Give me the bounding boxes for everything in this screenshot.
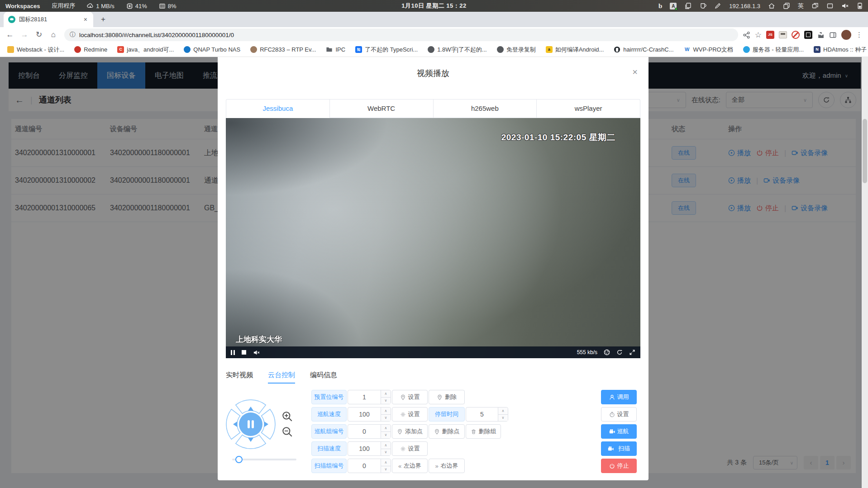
profile-avatar[interactable] — [841, 30, 851, 40]
new-tab-button[interactable]: + — [98, 14, 109, 25]
zoom-out-button[interactable] — [281, 426, 293, 438]
clock[interactable]: 1月10日 星期二 15：22 — [401, 2, 466, 10]
cruise-button[interactable]: 巡航 — [601, 424, 637, 439]
workspaces-button[interactable]: Workspaces — [5, 3, 40, 9]
spin-down-icon[interactable]: ∨ — [498, 415, 508, 422]
applications-menu[interactable]: 应用程序 — [52, 2, 75, 10]
extension-dark-icon[interactable] — [804, 31, 812, 39]
scan-speed-input[interactable]: 100 ∧∨ — [348, 441, 391, 456]
scrollbar-thumb[interactable] — [863, 119, 867, 183]
bookmark-zhihu[interactable]: 知了不起的 TypeScri... — [355, 46, 418, 54]
browser-tab[interactable]: 国标28181 × — [4, 12, 93, 27]
clipboard-tray-icon[interactable] — [684, 2, 692, 9]
delete-point-button[interactable]: 删除点 — [429, 424, 465, 439]
fullscreen-icon[interactable] — [629, 349, 635, 355]
address-bar[interactable]: ⓘ localhost:38080/#/channelList/34020000… — [64, 28, 738, 41]
side-panel-icon[interactable] — [829, 31, 837, 39]
ptz-right-button[interactable] — [262, 409, 275, 439]
bookmark-csdn[interactable]: Cjava、android可... — [117, 46, 174, 54]
spin-up-icon[interactable]: ∧ — [381, 390, 391, 398]
bookmark-article[interactable]: 1.8W字|了不起的... — [428, 46, 487, 54]
player-tab-wsplayer[interactable]: wsPlayer — [537, 99, 640, 118]
tab-encoding-info[interactable]: 编码信息 — [310, 371, 337, 384]
cruise-speed-set-button[interactable]: 设置 — [392, 407, 428, 422]
player-refresh-icon[interactable] — [616, 349, 623, 355]
bookmark-star-icon[interactable]: ☆ — [755, 30, 762, 40]
window-icon[interactable] — [826, 2, 834, 9]
cruise-speed-input[interactable]: 100 ∧∨ — [348, 407, 391, 422]
spin-down-icon[interactable]: ∨ — [381, 466, 391, 473]
bookmark-ipc-folder[interactable]: IPC — [326, 46, 345, 53]
back-button[interactable]: ← — [4, 28, 16, 41]
delete-group-button[interactable]: 删除组 — [466, 424, 501, 439]
volume-muted-icon[interactable] — [841, 2, 849, 9]
forward-button[interactable]: → — [18, 28, 31, 41]
player-tab-h265web[interactable]: h265web — [434, 99, 537, 118]
ptz-stop-button[interactable]: 停止 — [601, 459, 637, 473]
scan-speed-set-button[interactable]: 设置 — [392, 441, 428, 456]
input-method-indicator[interactable]: 英 — [798, 2, 804, 10]
bookmark-server[interactable]: 服务器 - 轻量应用... — [743, 46, 804, 54]
spin-down-icon[interactable]: ∨ — [381, 398, 391, 404]
stay-time-input[interactable]: 5 ∧∨ — [466, 407, 508, 422]
reload-button[interactable]: ↻ — [33, 28, 45, 41]
add-point-button[interactable]: 添加点 — [392, 424, 428, 439]
tab-close-icon[interactable]: × — [82, 16, 89, 23]
left-boundary-button[interactable]: «左边界 — [392, 459, 428, 473]
slider-handle[interactable] — [235, 456, 243, 463]
bookmark-github[interactable]: hairrrrr/C-CrashC... — [614, 46, 673, 53]
spin-down-icon[interactable]: ∨ — [381, 415, 391, 422]
spin-up-icon[interactable]: ∧ — [381, 459, 391, 466]
player-settings-icon[interactable] — [604, 349, 610, 355]
zoom-in-button[interactable] — [281, 411, 293, 422]
scan-button[interactable]: 停止扫描速度扫描 — [601, 441, 637, 456]
browser-menu-icon[interactable]: ⋮ — [856, 31, 863, 39]
preset-call-button[interactable]: 调用 — [601, 390, 637, 404]
spin-up-icon[interactable]: ∧ — [381, 407, 391, 415]
browser-scrollbar[interactable] — [862, 57, 868, 488]
preset-set-button[interactable]: 设置 — [392, 390, 428, 404]
preset-delete-button[interactable]: 删除 — [429, 390, 465, 404]
bookmark-rfc2833[interactable]: RFC2833 – RTP Ev... — [250, 46, 316, 53]
extensions-puzzle-icon[interactable] — [817, 31, 825, 39]
extension-print-icon[interactable] — [779, 31, 787, 38]
bookmark-copy-free[interactable]: 免登录复制 — [497, 46, 536, 54]
volume-muted-icon[interactable] — [253, 349, 260, 356]
bookmark-wvp-doc[interactable]: WWVP-PRO文档 — [684, 46, 733, 54]
bing-tray-icon[interactable]: b — [658, 2, 662, 10]
extension-js-icon[interactable]: JS — [766, 31, 774, 39]
bookmark-redmine[interactable]: Redmine — [74, 46, 107, 53]
player-tab-jessibuca[interactable]: Jessibuca — [226, 99, 330, 118]
spin-up-icon[interactable]: ∧ — [381, 425, 391, 432]
cruise-group-input[interactable]: 0 ∧∨ — [348, 424, 391, 439]
ptz-left-button[interactable] — [226, 409, 240, 439]
tool-tray-icon[interactable] — [714, 2, 721, 9]
translate-tray-icon[interactable]: A — [670, 3, 677, 9]
spin-down-icon[interactable]: ∨ — [381, 432, 391, 439]
stay-time-set-button[interactable]: 设置 — [601, 407, 637, 422]
layers-tray-icon[interactable] — [783, 2, 790, 9]
spin-up-icon[interactable]: ∧ — [381, 442, 391, 449]
dialog-close-icon[interactable]: × — [632, 67, 638, 77]
ptz-up-button[interactable] — [236, 400, 266, 413]
site-info-icon[interactable]: ⓘ — [70, 31, 76, 39]
home-tray-icon[interactable] — [768, 2, 775, 9]
pause-button[interactable] — [231, 350, 235, 355]
spin-down-icon[interactable]: ∨ — [381, 449, 391, 456]
ip-address-indicator[interactable]: 192.168.1.3 — [729, 3, 760, 9]
window-switch-icon[interactable] — [811, 2, 819, 9]
scan-group-input[interactable]: 0 ∧∨ — [348, 459, 391, 473]
bookmark-android-build[interactable]: a如何编译Android... — [546, 46, 604, 54]
tab-ptz-control[interactable]: 云台控制 — [268, 371, 295, 384]
ptz-speed-slider[interactable] — [232, 459, 296, 460]
video-player[interactable]: 2023-01-10 15:22:05 星期二 上地科实大华 555 kb/s — [226, 118, 640, 358]
teatime-tray-icon[interactable] — [699, 2, 706, 9]
extension-adblock-icon[interactable] — [792, 31, 800, 39]
bookmark-hdatmos[interactable]: NHDAtmos :: 种子 *... — [814, 46, 868, 54]
ptz-down-button[interactable] — [236, 435, 266, 449]
share-icon[interactable] — [743, 31, 750, 39]
stop-playback-button[interactable] — [242, 350, 246, 355]
home-button[interactable]: ⌂ — [47, 28, 60, 41]
player-tab-webrtc[interactable]: WebRTC — [330, 99, 434, 118]
bookmark-qnap[interactable]: QNAP Turbo NAS — [184, 46, 240, 53]
